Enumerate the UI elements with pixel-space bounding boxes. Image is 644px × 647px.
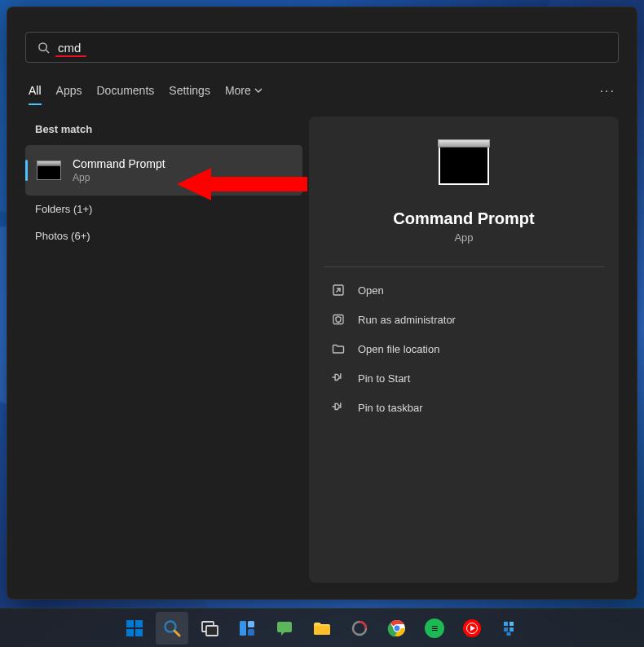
open-icon bbox=[332, 284, 345, 297]
action-open-location-label: Open file location bbox=[358, 343, 439, 355]
result-subtitle: App bbox=[73, 172, 165, 183]
divider bbox=[324, 266, 604, 267]
taskbar-widgets[interactable] bbox=[231, 612, 263, 645]
svg-line-11 bbox=[174, 631, 179, 636]
taskbar-explorer[interactable] bbox=[306, 612, 338, 645]
best-match-header: Best match bbox=[25, 117, 302, 145]
svg-rect-27 bbox=[509, 622, 514, 626]
folder-icon bbox=[312, 618, 332, 638]
cmd-app-icon bbox=[37, 161, 61, 180]
action-run-admin[interactable]: Run as administrator bbox=[324, 305, 604, 334]
spotify-icon: ≡ bbox=[425, 618, 444, 638]
svg-rect-13 bbox=[206, 626, 218, 636]
taskbar-youtube-music[interactable] bbox=[456, 612, 488, 645]
ytmusic-icon bbox=[462, 618, 482, 638]
widgets-icon bbox=[237, 618, 257, 638]
tab-more[interactable]: More bbox=[225, 84, 262, 105]
svg-rect-17 bbox=[277, 622, 292, 632]
action-pin-taskbar[interactable]: Pin to taskbar bbox=[324, 393, 604, 422]
svg-rect-29 bbox=[509, 627, 514, 632]
start-search-panel: All Apps Documents Settings More ··· Bes… bbox=[7, 7, 637, 600]
windows-logo-icon bbox=[125, 618, 144, 638]
folder-icon bbox=[332, 342, 345, 355]
taskbar-spotify[interactable]: ≡ bbox=[418, 612, 451, 645]
group-folders[interactable]: Folders (1+) bbox=[25, 196, 302, 222]
taskbar-app-2[interactable] bbox=[493, 612, 526, 645]
svg-rect-7 bbox=[135, 620, 143, 627]
chat-icon bbox=[275, 618, 294, 638]
svg-rect-9 bbox=[135, 629, 143, 636]
tab-all[interactable]: All bbox=[29, 84, 42, 105]
svg-rect-30 bbox=[507, 632, 511, 636]
detail-app-icon bbox=[439, 144, 489, 185]
chrome-icon bbox=[387, 618, 407, 638]
pin-icon bbox=[332, 401, 345, 414]
taskbar: ≡ bbox=[0, 608, 644, 647]
shield-icon bbox=[332, 313, 345, 326]
result-command-prompt[interactable]: Command Prompt App bbox=[25, 145, 302, 196]
svg-rect-8 bbox=[126, 629, 134, 636]
search-box[interactable] bbox=[25, 32, 619, 63]
spellcheck-underline bbox=[55, 55, 86, 57]
taskbar-search[interactable] bbox=[156, 612, 188, 645]
detail-title: Command Prompt bbox=[324, 209, 604, 228]
svg-rect-28 bbox=[504, 627, 508, 632]
start-button[interactable] bbox=[118, 612, 151, 645]
action-pin-start[interactable]: Pin to Start bbox=[324, 363, 604, 393]
svg-rect-14 bbox=[240, 621, 246, 636]
tabs-bar: All Apps Documents Settings More ··· bbox=[25, 84, 619, 105]
tab-settings[interactable]: Settings bbox=[169, 84, 210, 105]
detail-subtitle: App bbox=[324, 231, 604, 244]
search-icon bbox=[162, 618, 182, 638]
svg-marker-18 bbox=[281, 632, 285, 636]
svg-rect-16 bbox=[248, 629, 254, 636]
svg-point-0 bbox=[39, 42, 46, 50]
pin-icon bbox=[332, 372, 345, 385]
results-list: Best match Command Prompt App Folders (1… bbox=[25, 117, 302, 583]
svg-rect-26 bbox=[504, 622, 508, 626]
action-open-location[interactable]: Open file location bbox=[324, 334, 604, 363]
taskbar-task-view[interactable] bbox=[193, 612, 226, 645]
group-photos[interactable]: Photos (6+) bbox=[25, 222, 302, 249]
chevron-down-icon bbox=[254, 86, 262, 95]
svg-rect-6 bbox=[126, 620, 134, 627]
detail-panel: Command Prompt App Open Run as administr… bbox=[309, 117, 619, 583]
panel-more-icon[interactable]: ··· bbox=[600, 84, 615, 105]
search-input[interactable] bbox=[58, 41, 607, 55]
search-icon bbox=[37, 42, 50, 54]
action-open-label: Open bbox=[358, 284, 384, 297]
action-open[interactable]: Open bbox=[324, 275, 604, 305]
action-pin-start-label: Pin to Start bbox=[358, 372, 410, 385]
task-view-icon bbox=[200, 618, 219, 638]
result-title: Command Prompt bbox=[73, 157, 165, 170]
taskbar-chrome[interactable] bbox=[381, 612, 413, 645]
circle-app-icon bbox=[350, 618, 369, 638]
blocks-icon bbox=[500, 618, 519, 638]
tab-more-label: More bbox=[225, 84, 251, 97]
action-run-admin-label: Run as administrator bbox=[358, 314, 456, 326]
tab-apps[interactable]: Apps bbox=[56, 84, 82, 105]
tab-documents[interactable]: Documents bbox=[96, 84, 154, 105]
svg-line-1 bbox=[46, 50, 49, 53]
taskbar-app-1[interactable] bbox=[343, 612, 376, 645]
svg-rect-15 bbox=[248, 621, 254, 627]
action-pin-taskbar-label: Pin to taskbar bbox=[358, 402, 423, 414]
taskbar-chat[interactable] bbox=[268, 612, 301, 645]
